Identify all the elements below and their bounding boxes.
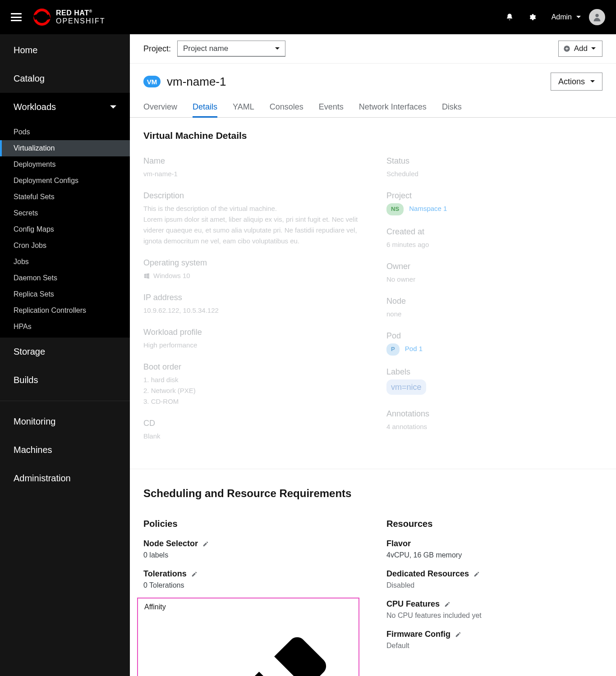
sidebar-item-hpas[interactable]: HPAs (0, 319, 130, 335)
windows-icon (143, 273, 150, 279)
masthead: RED HAT® OPENSHIFT Admin (0, 0, 616, 34)
project-label: Project: (143, 44, 171, 54)
brand-name: RED HAT® (56, 9, 106, 17)
details-right-col: StatusScheduled Project NS Namspace 1 Cr… (386, 145, 602, 442)
add-button[interactable]: Add (558, 41, 602, 57)
actions-dropdown[interactable]: Actions (551, 73, 602, 91)
node-selector-label: Node Selector (143, 539, 209, 548)
page-heading: VM vm-name-1 Actions (130, 64, 616, 98)
svg-point-3 (595, 14, 598, 17)
cpu-features-value: No CPU features included yet (386, 612, 602, 620)
sidebar-item-replication-controllers[interactable]: Replication Controllers (0, 302, 130, 319)
os-label: Operating system (143, 258, 359, 268)
sidebar-item-jobs[interactable]: Jobs (0, 254, 130, 270)
tab-details[interactable]: Details (193, 98, 217, 118)
brand-logo[interactable]: RED HAT® OPENSHIFT (32, 8, 106, 27)
plus-circle-icon (563, 45, 570, 52)
boot-order-label: Boot order (143, 362, 359, 372)
sidebar-item-pods[interactable]: Pods (0, 124, 130, 140)
nav-catalog[interactable]: Catalog (0, 64, 130, 93)
chevron-down-icon (110, 104, 116, 110)
tab-overview[interactable]: Overview (143, 98, 177, 117)
sidebar-item-daemon-sets[interactable]: Daemon Sets (0, 270, 130, 286)
nav-monitoring[interactable]: Monitoring (0, 407, 130, 436)
user-menu[interactable]: Admin (552, 13, 581, 21)
sidebar-item-virtualization[interactable]: Virtualization (0, 140, 130, 156)
affinity-highlight: Affinity 0 affinity rules (137, 598, 359, 676)
caret-down-icon (275, 46, 280, 51)
tolerations-label: Tolerations (143, 569, 198, 579)
workload-profile-label: Workload profile (143, 328, 359, 337)
labels-value: vm=nice (386, 379, 602, 398)
boot-order-value: 1. hard disk2. Network (PXE)3. CD-ROM (143, 375, 359, 407)
chevron-down-icon (576, 15, 581, 19)
nav-storage[interactable]: Storage (0, 338, 130, 366)
nav-builds[interactable]: Builds (0, 366, 130, 394)
sidebar: Home Catalog Workloads PodsVirtualizatio… (0, 34, 130, 676)
vm-badge: VM (143, 76, 161, 87)
sidebar-item-secrets[interactable]: Secrets (0, 205, 130, 221)
bell-icon[interactable] (506, 13, 514, 21)
resources-col: Resources Flavor 4vCPU, 16 GB memory Ded… (386, 506, 602, 676)
sidebar-item-cron-jobs[interactable]: Cron Jobs (0, 238, 130, 254)
sidebar-item-deployment-configs[interactable]: Deployment Configs (0, 173, 130, 189)
product-name: OPENSHIFT (56, 17, 106, 25)
firmware-config-value: Default (386, 642, 602, 650)
details-left-col: Namevm-name-1 DescriptionThis is the des… (143, 145, 359, 442)
name-value: vm-name-1 (143, 169, 359, 179)
name-label: Name (143, 156, 359, 166)
ip-value: 10.9.62.122, 10.5.34.122 (143, 305, 359, 316)
namespace-badge: NS (386, 203, 404, 215)
policies-heading: Policies (143, 519, 359, 529)
nav-administration[interactable]: Administration (0, 464, 130, 493)
node-selector-value: 0 labels (143, 551, 359, 559)
avatar[interactable] (589, 9, 605, 25)
project-dropdown[interactable]: Project name (177, 41, 285, 57)
project-toolbar: Project: Project name Add (130, 34, 616, 64)
pod-badge: P (386, 343, 400, 356)
annotations-label: Annotations (386, 409, 602, 419)
dedicated-resources-label: Dedicated Resources (386, 569, 480, 579)
affinity-label: Affinity (144, 603, 352, 676)
tab-network-interfaces[interactable]: Network Interfaces (359, 98, 427, 117)
node-value: none (386, 309, 602, 320)
flavor-value: 4vCPU, 16 GB memory (386, 551, 602, 559)
pencil-icon[interactable] (191, 571, 198, 577)
annotations-value[interactable]: 4 annotations (386, 421, 602, 432)
description-value: This is the description of the virtual m… (143, 203, 359, 247)
main-content: Project: Project name Add VM vm-name-1 A… (130, 34, 616, 676)
resources-heading: Resources (386, 519, 602, 529)
firmware-config-label: Firmware Config (386, 630, 461, 639)
created-label: Created at (386, 227, 602, 237)
nav-workloads[interactable]: Workloads (0, 93, 130, 121)
status-label: Status (386, 156, 602, 166)
hamburger-menu[interactable] (11, 13, 22, 21)
tab-yaml[interactable]: YAML (233, 98, 254, 117)
pencil-icon[interactable] (455, 631, 461, 638)
pencil-icon[interactable] (202, 541, 209, 547)
nav-home[interactable]: Home (0, 36, 130, 64)
gear-icon[interactable] (528, 13, 536, 21)
node-label: Node (386, 297, 602, 306)
nav-machines[interactable]: Machines (0, 436, 130, 464)
os-value: Windows 10 (143, 270, 359, 281)
owner-value: No owner (386, 274, 602, 285)
tab-consoles[interactable]: Consoles (270, 98, 303, 117)
description-label: Description (143, 191, 359, 201)
sidebar-item-config-maps[interactable]: Config Maps (0, 221, 130, 238)
tab-disks[interactable]: Disks (442, 98, 462, 117)
pencil-icon[interactable] (444, 601, 451, 607)
project-field-label: Project (386, 191, 602, 201)
pencil-icon[interactable] (144, 611, 352, 676)
tab-events[interactable]: Events (319, 98, 344, 117)
sidebar-item-stateful-sets[interactable]: Stateful Sets (0, 189, 130, 205)
sidebar-item-deployments[interactable]: Deployments (0, 156, 130, 173)
sidebar-item-replica-sets[interactable]: Replica Sets (0, 286, 130, 302)
pencil-icon[interactable] (473, 571, 480, 577)
project-field-value[interactable]: NS Namspace 1 (386, 203, 602, 215)
status-value: Scheduled (386, 169, 602, 179)
cpu-features-label: CPU Features (386, 599, 451, 609)
workload-profile-value: High performance (143, 340, 359, 351)
pod-value[interactable]: P Pod 1 (386, 343, 602, 356)
vm-details-title: Virtual Machine Details (130, 118, 616, 145)
